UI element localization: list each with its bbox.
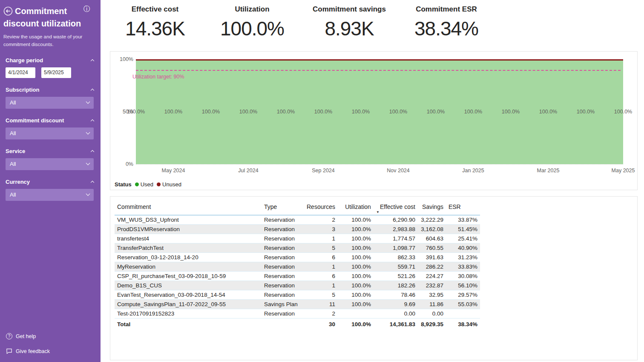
chevron-down-icon (86, 161, 90, 165)
cell-effective-cost: 182.26 (374, 281, 418, 290)
table-row[interactable]: ProdDS1VMReservationReservation3100.0%2,… (115, 225, 480, 234)
table-row[interactable]: TransferPatchTestReservation5100.0%1,098… (115, 243, 480, 253)
cell-savings: 224.27 (418, 272, 446, 281)
cell-effective-cost: 559.71 (374, 262, 418, 272)
cell-resources: 5 (304, 290, 338, 300)
table-row[interactable]: EvanTest_Reservation_03-09-2018_14-54Res… (115, 290, 480, 300)
commitment-discount-dropdown[interactable]: All (6, 127, 94, 139)
collapse-icon[interactable] (91, 89, 94, 92)
filter-label: Currency (6, 179, 30, 185)
data-label: 100.0% (164, 109, 182, 115)
column-header-resources[interactable]: Resources (304, 201, 338, 215)
cell-effective-cost: 2,983.88 (374, 225, 418, 234)
collapse-icon[interactable] (91, 59, 94, 63)
back-button[interactable] (3, 6, 13, 16)
column-header-label: Savings (422, 203, 443, 210)
cell-resources: 6 (304, 253, 338, 262)
table-row[interactable]: VM_WUS_DS3_UpfrontReservation2100.0%6,29… (115, 215, 480, 225)
data-label: 100.0% (277, 109, 295, 115)
cell-utilization: 100.0% (338, 215, 374, 225)
column-header-esr[interactable]: ESR (446, 201, 480, 215)
get-help-link[interactable]: ? Get help (0, 329, 101, 344)
cell-savings: 232.87 (418, 281, 446, 290)
dropdown-value: All (10, 99, 16, 106)
filter-commitment-discount: Commitment discount All (0, 117, 101, 139)
data-label: 100.0% (577, 109, 595, 115)
cell-esr: 40.90% (446, 243, 480, 253)
total-cell-type (262, 319, 304, 330)
date-from-input[interactable] (6, 67, 35, 78)
cell-commitment: Compute_SavingsPlan_11-07-2022_09-55 (115, 300, 262, 309)
page-subtitle: Review the usage and waste of your commi… (3, 33, 90, 49)
dropdown-value: All (10, 130, 16, 136)
data-label: 100.0% (239, 109, 257, 115)
collapse-icon[interactable] (91, 150, 94, 153)
column-header-savings[interactable]: Savings (418, 201, 446, 215)
subscription-dropdown[interactable]: All (6, 97, 94, 109)
filter-label: Subscription (6, 87, 39, 93)
kpi-value: 14.36K (106, 17, 204, 40)
cell-resources: 6 (304, 272, 338, 281)
give-feedback-link[interactable]: Give feedback (0, 344, 101, 359)
column-header-commitment[interactable]: Commitment (115, 201, 262, 215)
kpi-card-commitment-esr: Commitment ESR 38.34% (398, 3, 495, 40)
x-axis-label: Mar 2025 (537, 168, 560, 174)
column-header-label: Utilization (345, 203, 371, 210)
utilization-chart: 100% 50% 0% Utilization target: 90% 100.… (110, 51, 638, 190)
column-header-effective-cost[interactable]: Effective cost▼ (374, 201, 418, 215)
cell-effective-cost: 9.69 (374, 300, 418, 309)
help-icon: ? (6, 333, 12, 339)
legend-item-unused[interactable]: Unused (157, 181, 181, 188)
cell-type: Reservation (262, 290, 304, 300)
filter-service: Service All (0, 148, 101, 170)
cell-utilization: 100.0% (338, 262, 374, 272)
kpi-label: Commitment savings (301, 5, 398, 14)
table-row[interactable]: Demo_B1S_CUSReservation1100.0%182.26232.… (115, 281, 480, 290)
table-row[interactable]: Reservation_03-12-2018_14-20Reservation6… (115, 253, 480, 262)
plot-area[interactable]: Utilization target: 90% 100.0%100.0%100.… (136, 59, 623, 164)
chevron-down-icon (86, 192, 90, 196)
cell-savings: 0.00 (418, 309, 446, 319)
cell-esr: 31.23% (446, 253, 480, 262)
sidebar: Commitment discount utilization ⓘ Review… (0, 0, 101, 362)
collapse-icon[interactable] (91, 119, 94, 123)
date-to-input[interactable] (41, 67, 71, 78)
kpi-card-utilization: Utilization 100.0% (204, 3, 301, 40)
table-row[interactable]: CSP_RI_purchaseTest_03-09-2018_10-59Rese… (115, 272, 480, 281)
cell-esr: 30.08% (446, 272, 480, 281)
filter-currency: Currency All (0, 179, 101, 201)
table-row[interactable]: Compute_SavingsPlan_11-07-2022_09-55Savi… (115, 300, 480, 309)
table-row[interactable]: transfertest4Reservation1100.0%1,774.576… (115, 234, 480, 243)
table-row[interactable]: Test-20170919152823Reservation20.000.00 (115, 309, 480, 319)
cell-type: Reservation (262, 234, 304, 243)
commitments-table: CommitmentTypeResourcesUtilizationEffect… (110, 196, 638, 360)
legend-title: Status (115, 181, 132, 188)
unused-line (136, 59, 623, 61)
cell-resources: 3 (304, 225, 338, 234)
data-label: 100.0% (127, 109, 145, 115)
column-header-utilization[interactable]: Utilization (338, 201, 374, 215)
cell-effective-cost: 1,098.77 (374, 243, 418, 253)
filter-subscription: Subscription All (0, 87, 101, 109)
cell-effective-cost: 1,774.57 (374, 234, 418, 243)
cell-effective-cost: 521.26 (374, 272, 418, 281)
cell-esr: 25.41% (446, 234, 480, 243)
cell-savings: 391.63 (418, 253, 446, 262)
cell-commitment: Demo_B1S_CUS (115, 281, 262, 290)
legend-item-used[interactable]: Used (135, 181, 153, 188)
cell-type: Reservation (262, 225, 304, 234)
table-row[interactable]: MyReservationReservation1100.0%559.71286… (115, 262, 480, 272)
service-dropdown[interactable]: All (6, 158, 94, 170)
filter-label: Charge period (6, 57, 43, 64)
info-icon[interactable]: ⓘ (83, 6, 90, 12)
report-page: Commitment discount utilization ⓘ Review… (0, 0, 644, 362)
column-header-type[interactable]: Type (262, 201, 304, 215)
cell-esr: 56.10% (446, 281, 480, 290)
collapse-icon[interactable] (91, 181, 94, 184)
table-body: VM_WUS_DS3_UpfrontReservation2100.0%6,29… (115, 215, 480, 319)
table-foot: Total30100.0%14,361.838,929.3538.34% (115, 319, 480, 330)
cell-effective-cost: 6,290.90 (374, 215, 418, 225)
data-label: 100.0% (314, 109, 332, 115)
cell-utilization: 100.0% (338, 243, 374, 253)
currency-dropdown[interactable]: All (6, 189, 94, 201)
